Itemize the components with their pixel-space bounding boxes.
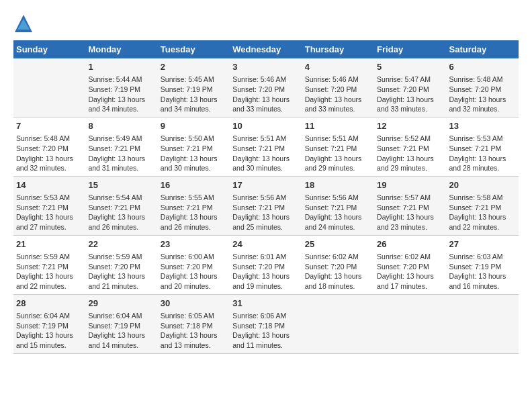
- calendar-cell: 7Sunrise: 5:48 AMSunset: 7:20 PMDaylight…: [13, 117, 85, 176]
- day-number: 23: [161, 238, 227, 250]
- day-info: Sunrise: 5:47 AMSunset: 7:20 PMDaylight:…: [377, 75, 443, 114]
- calendar-cell: 1Sunrise: 5:44 AMSunset: 7:19 PMDaylight…: [85, 58, 157, 117]
- calendar-body: 1Sunrise: 5:44 AMSunset: 7:19 PMDaylight…: [13, 58, 519, 353]
- calendar-cell: 10Sunrise: 5:51 AMSunset: 7:21 PMDayligh…: [230, 117, 302, 176]
- calendar-week-row: 7Sunrise: 5:48 AMSunset: 7:20 PMDaylight…: [13, 117, 519, 176]
- day-number: 28: [16, 298, 83, 310]
- day-info: Sunrise: 5:53 AMSunset: 7:21 PMDaylight:…: [449, 134, 516, 173]
- calendar-cell: 21Sunrise: 5:59 AMSunset: 7:21 PMDayligh…: [13, 235, 85, 294]
- day-number: 30: [161, 298, 227, 310]
- day-info: Sunrise: 5:51 AMSunset: 7:21 PMDaylight:…: [305, 134, 371, 173]
- day-number: 16: [161, 179, 227, 191]
- calendar-cell: 2Sunrise: 5:45 AMSunset: 7:19 PMDaylight…: [158, 58, 230, 117]
- day-info: Sunrise: 5:48 AMSunset: 7:20 PMDaylight:…: [16, 134, 83, 173]
- weekday-row: SundayMondayTuesdayWednesdayThursdayFrid…: [13, 40, 519, 58]
- calendar-cell: 5Sunrise: 5:47 AMSunset: 7:20 PMDaylight…: [374, 58, 446, 117]
- calendar-cell: 28Sunrise: 6:04 AMSunset: 7:19 PMDayligh…: [13, 294, 85, 353]
- day-info: Sunrise: 5:48 AMSunset: 7:20 PMDaylight:…: [449, 75, 516, 114]
- day-number: 2: [161, 61, 227, 73]
- calendar-header: SundayMondayTuesdayWednesdayThursdayFrid…: [13, 40, 519, 58]
- day-info: Sunrise: 5:59 AMSunset: 7:21 PMDaylight:…: [16, 252, 83, 291]
- day-info: Sunrise: 5:50 AMSunset: 7:21 PMDaylight:…: [161, 134, 227, 173]
- calendar-cell: 29Sunrise: 6:04 AMSunset: 7:19 PMDayligh…: [85, 294, 157, 353]
- calendar-week-row: 14Sunrise: 5:53 AMSunset: 7:21 PMDayligh…: [13, 176, 519, 235]
- calendar-cell: 9Sunrise: 5:50 AMSunset: 7:21 PMDaylight…: [158, 117, 230, 176]
- day-info: Sunrise: 5:54 AMSunset: 7:21 PMDaylight:…: [88, 193, 154, 232]
- day-info: Sunrise: 5:52 AMSunset: 7:21 PMDaylight:…: [377, 134, 443, 173]
- logo: [13, 13, 36, 34]
- calendar-week-row: 28Sunrise: 6:04 AMSunset: 7:19 PMDayligh…: [13, 294, 519, 353]
- day-info: Sunrise: 5:46 AMSunset: 7:20 PMDaylight:…: [232, 75, 299, 114]
- calendar-cell: 26Sunrise: 6:02 AMSunset: 7:20 PMDayligh…: [374, 235, 446, 294]
- calendar-cell: 14Sunrise: 5:53 AMSunset: 7:21 PMDayligh…: [13, 176, 85, 235]
- day-info: Sunrise: 5:45 AMSunset: 7:19 PMDaylight:…: [161, 75, 227, 114]
- day-info: Sunrise: 6:00 AMSunset: 7:20 PMDaylight:…: [161, 252, 227, 291]
- day-info: Sunrise: 6:02 AMSunset: 7:20 PMDaylight:…: [377, 252, 443, 291]
- calendar-cell: 15Sunrise: 5:54 AMSunset: 7:21 PMDayligh…: [85, 176, 157, 235]
- day-number: 14: [16, 179, 83, 191]
- day-number: 1: [88, 61, 154, 73]
- day-info: Sunrise: 6:05 AMSunset: 7:18 PMDaylight:…: [161, 311, 227, 351]
- calendar-cell: 6Sunrise: 5:48 AMSunset: 7:20 PMDaylight…: [447, 58, 519, 117]
- calendar-cell: [302, 294, 374, 353]
- weekday-header: Tuesday: [158, 40, 230, 58]
- calendar-table: SundayMondayTuesdayWednesdayThursdayFrid…: [13, 40, 519, 354]
- day-number: 21: [16, 238, 83, 250]
- day-info: Sunrise: 5:51 AMSunset: 7:21 PMDaylight:…: [232, 134, 299, 173]
- day-number: 8: [88, 120, 154, 132]
- calendar-cell: 25Sunrise: 6:02 AMSunset: 7:20 PMDayligh…: [302, 235, 374, 294]
- day-info: Sunrise: 5:57 AMSunset: 7:21 PMDaylight:…: [377, 193, 443, 232]
- calendar-cell: 23Sunrise: 6:00 AMSunset: 7:20 PMDayligh…: [158, 235, 230, 294]
- weekday-header: Thursday: [302, 40, 374, 58]
- weekday-header: Wednesday: [230, 40, 302, 58]
- calendar-cell: 4Sunrise: 5:46 AMSunset: 7:20 PMDaylight…: [302, 58, 374, 117]
- calendar-cell: 19Sunrise: 5:57 AMSunset: 7:21 PMDayligh…: [374, 176, 446, 235]
- day-number: 24: [232, 238, 299, 250]
- day-info: Sunrise: 5:56 AMSunset: 7:21 PMDaylight:…: [232, 193, 299, 232]
- calendar-cell: 8Sunrise: 5:49 AMSunset: 7:21 PMDaylight…: [85, 117, 157, 176]
- day-number: 13: [449, 120, 516, 132]
- day-number: 9: [161, 120, 227, 132]
- day-number: 18: [305, 179, 371, 191]
- day-info: Sunrise: 6:04 AMSunset: 7:19 PMDaylight:…: [88, 311, 154, 351]
- day-info: Sunrise: 6:06 AMSunset: 7:18 PMDaylight:…: [232, 311, 299, 351]
- calendar-cell: 11Sunrise: 5:51 AMSunset: 7:21 PMDayligh…: [302, 117, 374, 176]
- day-number: 6: [449, 61, 516, 73]
- calendar-cell: 24Sunrise: 6:01 AMSunset: 7:20 PMDayligh…: [230, 235, 302, 294]
- day-number: 19: [377, 179, 443, 191]
- day-info: Sunrise: 6:02 AMSunset: 7:20 PMDaylight:…: [305, 252, 371, 291]
- day-number: 27: [449, 238, 516, 250]
- calendar-cell: 27Sunrise: 6:03 AMSunset: 7:19 PMDayligh…: [447, 235, 519, 294]
- calendar-week-row: 21Sunrise: 5:59 AMSunset: 7:21 PMDayligh…: [13, 235, 519, 294]
- page-header: [13, 13, 519, 34]
- day-number: 15: [88, 179, 154, 191]
- calendar-week-row: 1Sunrise: 5:44 AMSunset: 7:19 PMDaylight…: [13, 58, 519, 117]
- logo-icon: [13, 13, 34, 34]
- day-info: Sunrise: 5:44 AMSunset: 7:19 PMDaylight:…: [88, 75, 154, 114]
- day-info: Sunrise: 6:03 AMSunset: 7:19 PMDaylight:…: [449, 252, 516, 291]
- day-info: Sunrise: 5:58 AMSunset: 7:21 PMDaylight:…: [449, 193, 516, 232]
- day-number: 29: [88, 298, 154, 310]
- calendar-cell: 22Sunrise: 5:59 AMSunset: 7:20 PMDayligh…: [85, 235, 157, 294]
- day-number: 31: [232, 298, 299, 310]
- day-number: 4: [305, 61, 371, 73]
- calendar-cell: 16Sunrise: 5:55 AMSunset: 7:21 PMDayligh…: [158, 176, 230, 235]
- day-number: 25: [305, 238, 371, 250]
- weekday-header: Sunday: [13, 40, 85, 58]
- calendar-cell: 13Sunrise: 5:53 AMSunset: 7:21 PMDayligh…: [447, 117, 519, 176]
- calendar-cell: [13, 58, 85, 117]
- day-info: Sunrise: 5:56 AMSunset: 7:21 PMDaylight:…: [305, 193, 371, 232]
- day-number: 7: [16, 120, 83, 132]
- day-info: Sunrise: 6:01 AMSunset: 7:20 PMDaylight:…: [232, 252, 299, 291]
- weekday-header: Saturday: [447, 40, 519, 58]
- day-number: 11: [305, 120, 371, 132]
- day-number: 5: [377, 61, 443, 73]
- calendar-cell: [374, 294, 446, 353]
- calendar-cell: [447, 294, 519, 353]
- calendar-cell: 3Sunrise: 5:46 AMSunset: 7:20 PMDaylight…: [230, 58, 302, 117]
- weekday-header: Monday: [85, 40, 157, 58]
- day-number: 20: [449, 179, 516, 191]
- day-number: 26: [377, 238, 443, 250]
- day-number: 3: [232, 61, 299, 73]
- day-number: 22: [88, 238, 154, 250]
